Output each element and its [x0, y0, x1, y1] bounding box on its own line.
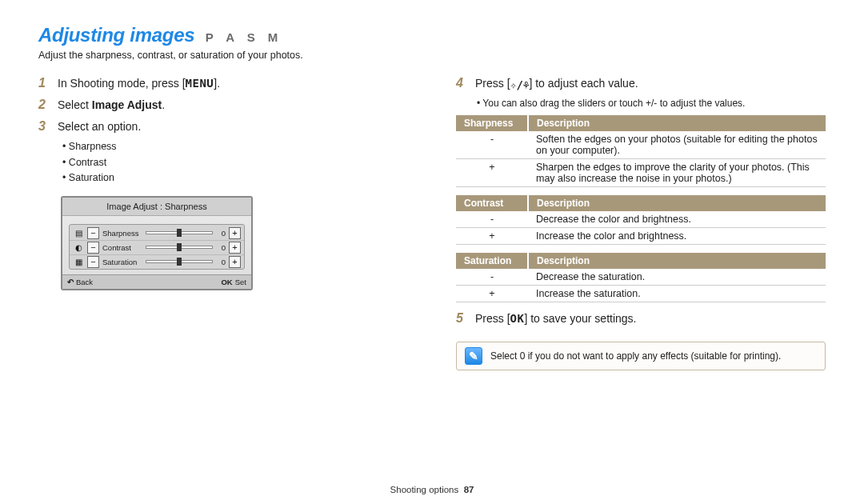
- step-body: Press [OK] to save your settings.: [475, 310, 637, 326]
- plus-button[interactable]: +: [229, 242, 241, 254]
- table-row: +Increase the saturation.: [456, 286, 826, 302]
- slider-label: Sharpness: [102, 229, 141, 238]
- minus-button[interactable]: −: [87, 227, 99, 239]
- set-button[interactable]: OKSet: [221, 278, 246, 286]
- column-right: 4 Press [✧/⚘] to adjust each value. You …: [456, 75, 826, 370]
- step-num: 3: [38, 118, 58, 135]
- slider-value: 0: [218, 258, 226, 266]
- slider-row-sharpness: ▤ − Sharpness 0 +: [70, 226, 244, 241]
- page-title: Adjusting images P A S M: [38, 24, 826, 46]
- table-sharpness: SharpnessDescription -Soften the edges o…: [456, 115, 826, 187]
- th: Description: [528, 115, 826, 131]
- option: Contrast: [62, 155, 408, 170]
- table-contrast: ContrastDescription -Decrease the color …: [456, 195, 826, 245]
- back-button[interactable]: ↶Back: [67, 278, 93, 286]
- table-row: -Decrease the color and brightness.: [456, 211, 826, 228]
- slider-row-contrast: ◐ − Contrast 0 +: [70, 241, 244, 255]
- th: Description: [528, 253, 826, 269]
- slider-label: Saturation: [102, 258, 141, 266]
- minus-button[interactable]: −: [87, 242, 99, 254]
- step-body: In Shooting mode, press [MENU].: [58, 75, 220, 91]
- th: Sharpness: [456, 115, 528, 131]
- slider-track[interactable]: [146, 260, 213, 263]
- slider-label: Contrast: [102, 243, 141, 252]
- step-num: 5: [456, 310, 475, 327]
- table-row: -Decrease the saturation.: [456, 269, 826, 286]
- step-4-note: You can also drag the sliders or touch +…: [477, 98, 826, 109]
- step-3: 3 Select an option.: [38, 118, 408, 135]
- slider-knob[interactable]: [177, 229, 182, 237]
- table-row: -Soften the edges on your photos (suitab…: [456, 131, 826, 159]
- table-row: +Increase the color and brightness.: [456, 228, 826, 245]
- camera-title: Image Adjust : Sharpness: [62, 198, 251, 216]
- plus-button[interactable]: +: [229, 227, 241, 239]
- note-icon: ✎: [465, 347, 482, 365]
- slider-row-saturation: ▦ − Saturation 0 +: [70, 255, 244, 269]
- tip-text: Select 0 if you do not want to apply any…: [490, 350, 781, 362]
- step-4: 4 Press [✧/⚘] to adjust each value.: [456, 75, 826, 93]
- th: Description: [528, 195, 826, 211]
- dpad-icons: ✧/⚘: [510, 77, 530, 93]
- step-body: Press [✧/⚘] to adjust each value.: [475, 75, 638, 93]
- step-num: 4: [456, 75, 475, 92]
- ok-key: OK: [510, 312, 525, 325]
- menu-key: MENU: [186, 77, 214, 90]
- saturation-icon: ▦: [73, 257, 84, 266]
- step-body: Select an option.: [58, 118, 141, 134]
- camera-footer: ↶Back OKSet: [62, 274, 251, 289]
- page-subtitle: Adjust the sharpness, contrast, or satur…: [38, 50, 826, 61]
- slider-track[interactable]: [146, 231, 213, 234]
- th: Contrast: [456, 195, 528, 211]
- slider-stack: ▤ − Sharpness 0 + ◐ − Contrast 0 +: [69, 224, 245, 270]
- step-5: 5 Press [OK] to save your settings.: [456, 310, 826, 327]
- step-body: Select Image Adjust.: [58, 97, 165, 113]
- step-3-options: Sharpness Contrast Saturation: [62, 139, 408, 186]
- slider-track[interactable]: [146, 246, 213, 249]
- slider-value: 0: [218, 243, 226, 252]
- table-row: +Sharpen the edges to improve the clarit…: [456, 159, 826, 187]
- option: Saturation: [62, 170, 408, 186]
- option: Sharpness: [62, 139, 408, 154]
- table-saturation: SaturationDescription -Decrease the satu…: [456, 253, 826, 302]
- th: Saturation: [456, 253, 528, 269]
- camera-screen: Image Adjust : Sharpness ▤ − Sharpness 0…: [61, 196, 253, 290]
- step-2: 2 Select Image Adjust.: [38, 97, 408, 114]
- step-num: 2: [38, 97, 58, 114]
- slider-knob[interactable]: [177, 243, 182, 251]
- tip-box: ✎ Select 0 if you do not want to apply a…: [456, 342, 826, 370]
- slider-knob[interactable]: [177, 258, 182, 266]
- slider-value: 0: [218, 229, 226, 238]
- step-1: 1 In Shooting mode, press [MENU].: [38, 75, 408, 92]
- title-main: Adjusting images: [38, 24, 194, 46]
- camera-body: ▤ − Sharpness 0 + ◐ − Contrast 0 +: [62, 216, 251, 274]
- minus-button[interactable]: −: [87, 256, 99, 268]
- step-num: 1: [38, 75, 58, 92]
- column-left: 1 In Shooting mode, press [MENU]. 2 Sele…: [38, 75, 408, 370]
- contrast-icon: ◐: [73, 242, 84, 252]
- title-modes: P A S M: [206, 30, 282, 44]
- plus-button[interactable]: +: [229, 256, 241, 268]
- sharpness-icon: ▤: [73, 228, 84, 238]
- page-footer: Shooting options 87: [0, 485, 864, 494]
